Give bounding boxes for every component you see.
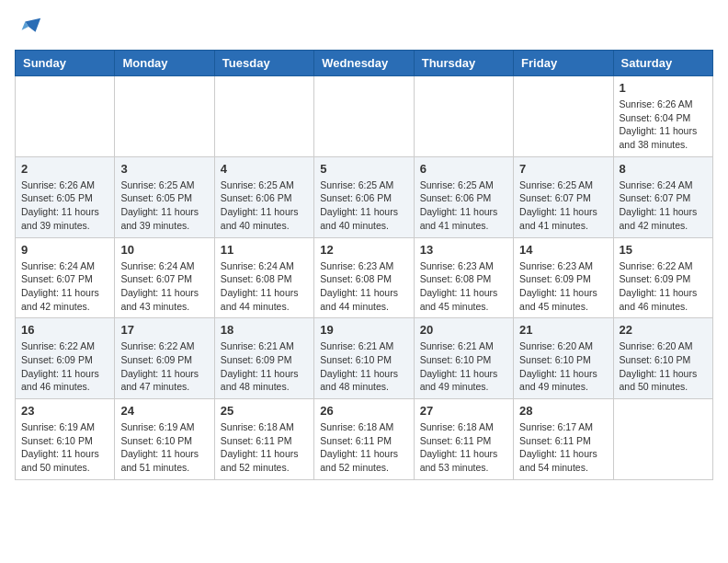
day-info: Sunrise: 6:18 AM Sunset: 6:11 PM Dayligh… [420,420,507,475]
day-info: Sunrise: 6:23 AM Sunset: 6:08 PM Dayligh… [420,259,507,314]
calendar-cell: 16Sunrise: 6:22 AM Sunset: 6:09 PM Dayli… [16,318,115,399]
page-header [15,15,713,40]
day-info: Sunrise: 6:22 AM Sunset: 6:09 PM Dayligh… [120,339,208,394]
day-info: Sunrise: 6:25 AM Sunset: 6:06 PM Dayligh… [221,178,308,233]
day-info: Sunrise: 6:24 AM Sunset: 6:07 PM Dayligh… [120,259,208,314]
calendar-cell: 6Sunrise: 6:25 AM Sunset: 6:06 PM Daylig… [414,156,513,237]
day-info: Sunrise: 6:24 AM Sunset: 6:07 PM Dayligh… [620,178,707,233]
calendar-cell: 11Sunrise: 6:24 AM Sunset: 6:08 PM Dayli… [214,237,313,318]
calendar-cell: 21Sunrise: 6:20 AM Sunset: 6:10 PM Dayli… [514,318,613,399]
day-number: 27 [420,404,507,418]
calendar-cell: 14Sunrise: 6:23 AM Sunset: 6:09 PM Dayli… [514,237,613,318]
day-info: Sunrise: 6:26 AM Sunset: 6:04 PM Dayligh… [620,98,707,152]
day-number: 9 [21,243,108,257]
day-info: Sunrise: 6:25 AM Sunset: 6:06 PM Dayligh… [420,178,507,233]
day-header-sunday: Sunday [16,51,115,76]
day-number: 1 [620,81,707,95]
day-info: Sunrise: 6:25 AM Sunset: 6:05 PM Dayligh… [120,178,208,233]
day-number: 19 [320,323,407,337]
day-number: 16 [21,323,108,337]
calendar-cell: 15Sunrise: 6:22 AM Sunset: 6:09 PM Dayli… [613,237,712,318]
day-info: Sunrise: 6:23 AM Sunset: 6:08 PM Dayligh… [320,259,407,314]
calendar-cell: 26Sunrise: 6:18 AM Sunset: 6:11 PM Dayli… [314,399,414,480]
calendar-cell: 22Sunrise: 6:20 AM Sunset: 6:10 PM Dayli… [613,318,712,399]
calendar-cell: 25Sunrise: 6:18 AM Sunset: 6:11 PM Dayli… [214,399,313,480]
calendar-cell: 7Sunrise: 6:25 AM Sunset: 6:07 PM Daylig… [514,156,613,237]
calendar-cell [414,76,513,157]
calendar-cell: 20Sunrise: 6:21 AM Sunset: 6:10 PM Dayli… [414,318,513,399]
day-info: Sunrise: 6:23 AM Sunset: 6:09 PM Dayligh… [519,259,607,314]
day-info: Sunrise: 6:17 AM Sunset: 6:11 PM Dayligh… [519,420,607,475]
calendar-cell: 8Sunrise: 6:24 AM Sunset: 6:07 PM Daylig… [613,156,712,237]
day-info: Sunrise: 6:21 AM Sunset: 6:09 PM Dayligh… [221,339,308,394]
day-number: 2 [21,162,108,176]
calendar-cell: 19Sunrise: 6:21 AM Sunset: 6:10 PM Dayli… [314,318,414,399]
calendar-week-3: 9Sunrise: 6:24 AM Sunset: 6:07 PM Daylig… [16,237,713,318]
calendar-cell: 17Sunrise: 6:22 AM Sunset: 6:09 PM Dayli… [115,318,214,399]
day-number: 15 [620,243,707,257]
calendar-week-4: 16Sunrise: 6:22 AM Sunset: 6:09 PM Dayli… [16,318,713,399]
day-number: 10 [120,243,208,257]
day-header-thursday: Thursday [414,51,513,76]
calendar-cell: 10Sunrise: 6:24 AM Sunset: 6:07 PM Dayli… [115,237,214,318]
day-number: 26 [320,404,407,418]
day-info: Sunrise: 6:22 AM Sunset: 6:09 PM Dayligh… [620,259,707,314]
calendar-table: SundayMondayTuesdayWednesdayThursdayFrid… [15,50,713,480]
day-number: 23 [21,404,108,418]
day-number: 20 [420,323,507,337]
day-info: Sunrise: 6:18 AM Sunset: 6:11 PM Dayligh… [221,420,308,475]
day-header-friday: Friday [514,51,613,76]
day-info: Sunrise: 6:20 AM Sunset: 6:10 PM Dayligh… [620,339,707,394]
day-info: Sunrise: 6:25 AM Sunset: 6:06 PM Dayligh… [320,178,407,233]
day-info: Sunrise: 6:21 AM Sunset: 6:10 PM Dayligh… [320,339,407,394]
day-number: 3 [120,162,208,176]
day-info: Sunrise: 6:26 AM Sunset: 6:05 PM Dayligh… [21,178,108,233]
day-number: 21 [519,323,607,337]
calendar-cell: 27Sunrise: 6:18 AM Sunset: 6:11 PM Dayli… [414,399,513,480]
calendar-cell: 5Sunrise: 6:25 AM Sunset: 6:06 PM Daylig… [314,156,414,237]
calendar-cell: 3Sunrise: 6:25 AM Sunset: 6:05 PM Daylig… [115,156,214,237]
day-number: 14 [519,243,607,257]
day-info: Sunrise: 6:20 AM Sunset: 6:10 PM Dayligh… [519,339,607,394]
calendar-cell [16,76,115,157]
calendar-cell [115,76,214,157]
day-number: 22 [620,323,707,337]
day-number: 17 [120,323,208,337]
day-info: Sunrise: 6:19 AM Sunset: 6:10 PM Dayligh… [120,420,208,475]
day-info: Sunrise: 6:22 AM Sunset: 6:09 PM Dayligh… [21,339,108,394]
calendar-cell: 28Sunrise: 6:17 AM Sunset: 6:11 PM Dayli… [514,399,613,480]
day-info: Sunrise: 6:24 AM Sunset: 6:07 PM Dayligh… [21,259,108,314]
calendar-cell: 18Sunrise: 6:21 AM Sunset: 6:09 PM Dayli… [214,318,313,399]
calendar-cell: 4Sunrise: 6:25 AM Sunset: 6:06 PM Daylig… [214,156,313,237]
calendar-cell: 23Sunrise: 6:19 AM Sunset: 6:10 PM Dayli… [16,399,115,480]
calendar-cell: 9Sunrise: 6:24 AM Sunset: 6:07 PM Daylig… [16,237,115,318]
day-header-saturday: Saturday [613,51,712,76]
calendar-cell: 13Sunrise: 6:23 AM Sunset: 6:08 PM Dayli… [414,237,513,318]
calendar-cell: 24Sunrise: 6:19 AM Sunset: 6:10 PM Dayli… [115,399,214,480]
day-number: 28 [519,404,607,418]
day-info: Sunrise: 6:19 AM Sunset: 6:10 PM Dayligh… [21,420,108,475]
calendar-cell [613,399,712,480]
day-info: Sunrise: 6:25 AM Sunset: 6:07 PM Dayligh… [519,178,607,233]
day-number: 18 [221,323,308,337]
day-number: 11 [221,243,308,257]
calendar-cell [314,76,414,157]
day-info: Sunrise: 6:24 AM Sunset: 6:08 PM Dayligh… [221,259,308,314]
calendar-week-5: 23Sunrise: 6:19 AM Sunset: 6:10 PM Dayli… [16,399,713,480]
day-number: 24 [120,404,208,418]
day-number: 7 [519,162,607,176]
day-header-wednesday: Wednesday [314,51,414,76]
calendar-cell: 2Sunrise: 6:26 AM Sunset: 6:05 PM Daylig… [16,156,115,237]
calendar-header-row: SundayMondayTuesdayWednesdayThursdayFrid… [16,51,713,76]
day-number: 5 [320,162,407,176]
day-number: 25 [221,404,308,418]
svg-marker-0 [25,18,40,32]
day-number: 8 [620,162,707,176]
logo-icon [17,15,42,40]
day-number: 6 [420,162,507,176]
day-header-tuesday: Tuesday [214,51,313,76]
day-number: 13 [420,243,507,257]
logo [15,15,42,40]
day-info: Sunrise: 6:21 AM Sunset: 6:10 PM Dayligh… [420,339,507,394]
calendar-week-1: 1Sunrise: 6:26 AM Sunset: 6:04 PM Daylig… [16,76,713,157]
